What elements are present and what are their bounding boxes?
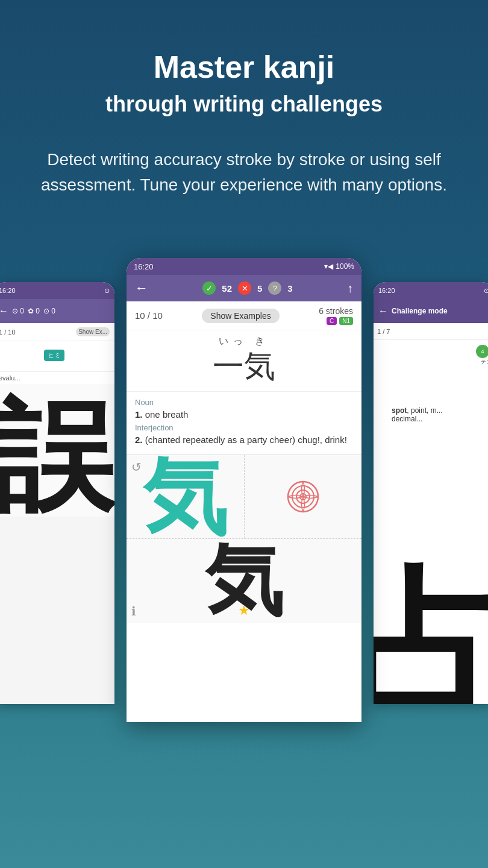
spot-rest: , point, m...	[407, 406, 442, 415]
badge-container: C N1	[319, 317, 353, 325]
left-stat-icon1: ⊙ 0	[12, 307, 24, 315]
def2: 2. (chanted repeatedly as a party cheer)…	[135, 435, 353, 445]
left-eval-text: evalu...	[0, 371, 114, 384]
info-icon[interactable]: ℹ	[131, 604, 136, 618]
right-progress-text: 1 / 7	[377, 328, 390, 335]
hero-description: Detect writing accuracy stroke by stroke…	[36, 147, 452, 198]
flower-icon	[285, 479, 321, 515]
stat-gray-count: 3	[287, 283, 292, 294]
right-badge: 4	[476, 345, 488, 358]
drawing-top-row: ↺ 気	[127, 455, 361, 539]
star-icon[interactable]: ★	[238, 603, 250, 618]
right-badge-text: テン	[481, 358, 488, 366]
left-hiragana-badge: ヒミ	[44, 350, 64, 361]
spot-bold: spot	[392, 406, 407, 415]
center-status-bar: 16:20 ▾◀ 100%	[127, 258, 361, 275]
center-kanji-char: 一気	[135, 349, 353, 383]
center-status-icons: ▾◀ 100%	[324, 262, 354, 271]
center-definition-area: Noun 1. one breath Interjection 2. (chan…	[127, 391, 361, 454]
center-drawing-area: ↺ 気	[127, 454, 361, 623]
sort-icon[interactable]: ↑	[347, 281, 353, 295]
wifi-icon: ▾◀	[324, 262, 333, 271]
hero-section: Master kanji through writing challenges …	[0, 0, 488, 222]
right-back-icon[interactable]: ←	[378, 306, 388, 316]
right-nav-bar: ← Challenge mode	[374, 299, 488, 323]
screens-section: 16:20 ⊙ ← ⊙ 0 ✿ 0 ⊙ 0 1 / 10 Show Ex... …	[0, 258, 488, 728]
show-examples-button[interactable]: Show Examples	[202, 309, 279, 323]
left-stat-icon2: ✿ 0	[28, 307, 40, 315]
left-back-icon[interactable]: ←	[0, 306, 8, 316]
badge-n1: N1	[339, 317, 353, 325]
stat-green-count: 52	[222, 283, 232, 294]
stat-gray-circle: ?	[268, 281, 281, 295]
left-status-icon: ⊙	[104, 287, 110, 295]
right-time: 16:20	[378, 287, 395, 294]
right-status-bar: 16:20 ⊙	[374, 282, 488, 299]
center-nav-bar: ← ✓ 52 ✕ 5 ? 3 ↑	[127, 275, 361, 301]
def1-text: one breath	[145, 409, 189, 420]
hero-subtitle: through writing challenges	[36, 92, 452, 117]
right-kanji-char: 占	[374, 556, 488, 704]
phone-center: 16:20 ▾◀ 100% ← ✓ 52 ✕ 5 ? 3 ↑ 10 / 10 S…	[127, 258, 361, 722]
center-kanji-reading: いっ き	[135, 335, 353, 348]
strokes-section: 6 strokes C N1	[319, 306, 353, 325]
drawing-cell-top-left[interactable]: ↺ 気	[127, 455, 245, 539]
left-status-bar: 16:20 ⊙	[0, 282, 114, 299]
stat-red-circle: ✕	[238, 281, 251, 295]
left-drawing-area: 誤	[0, 384, 114, 517]
kanji-drawing-top: 気	[143, 454, 227, 539]
right-kanji-drawing: 占	[374, 565, 488, 704]
center-content-bar: 10 / 10 Show Examples 6 strokes C N1	[127, 301, 361, 330]
stat-red-count: 5	[257, 283, 262, 294]
left-stat-icon3: ⊙ 0	[43, 307, 55, 315]
strokes-count: 6 strokes	[319, 306, 353, 316]
decimal-text: decimal...	[392, 415, 422, 423]
right-nav-title: Challenge mode	[392, 307, 448, 315]
left-hiragana-area: ヒミ	[0, 341, 114, 371]
drawing-cell-top-right	[245, 455, 362, 539]
refresh-icon[interactable]: ↺	[131, 460, 142, 474]
right-content: 4 テン spot, point, m... decimal... 占	[374, 340, 488, 704]
pos2-label: Interjection	[135, 423, 353, 432]
left-show-examples[interactable]: Show Ex...	[76, 327, 110, 336]
center-kanji-area: いっ き 一気	[127, 330, 361, 391]
phone-left: 16:20 ⊙ ← ⊙ 0 ✿ 0 ⊙ 0 1 / 10 Show Ex... …	[0, 282, 114, 704]
left-content-bar: 1 / 10 Show Ex...	[0, 323, 114, 341]
left-nav-bar: ← ⊙ 0 ✿ 0 ⊙ 0	[0, 299, 114, 323]
def1: 1. one breath	[135, 409, 353, 420]
left-progress: 1 / 10	[0, 329, 16, 336]
battery-icon: 100%	[336, 262, 354, 271]
right-badge-num: 4	[481, 348, 484, 354]
center-time: 16:20	[134, 262, 154, 271]
center-progress: 10 / 10	[135, 310, 163, 321]
hero-title: Master kanji	[36, 48, 452, 86]
phone-right: 16:20 ⊙ ← Challenge mode 1 / 7 4 テン spot…	[374, 282, 488, 704]
center-back-button[interactable]: ←	[135, 280, 148, 296]
badge-c: C	[327, 317, 337, 325]
right-status-icon: ⊙	[484, 287, 488, 295]
stat-green-circle: ✓	[202, 281, 216, 295]
right-progress: 1 / 7	[374, 323, 488, 340]
pos1-label: Noun	[135, 398, 353, 407]
center-nav-stats: ✓ 52 ✕ 5 ? 3	[202, 281, 292, 295]
def1-num: 1.	[135, 409, 143, 420]
def2-text: (chanted repeatedly as a party cheer) ch…	[145, 435, 347, 445]
left-kanji-char: 誤	[0, 396, 114, 517]
right-spot-text: spot, point, m... decimal...	[392, 406, 488, 423]
def2-num: 2.	[135, 435, 143, 445]
left-time: 16:20	[0, 287, 16, 294]
